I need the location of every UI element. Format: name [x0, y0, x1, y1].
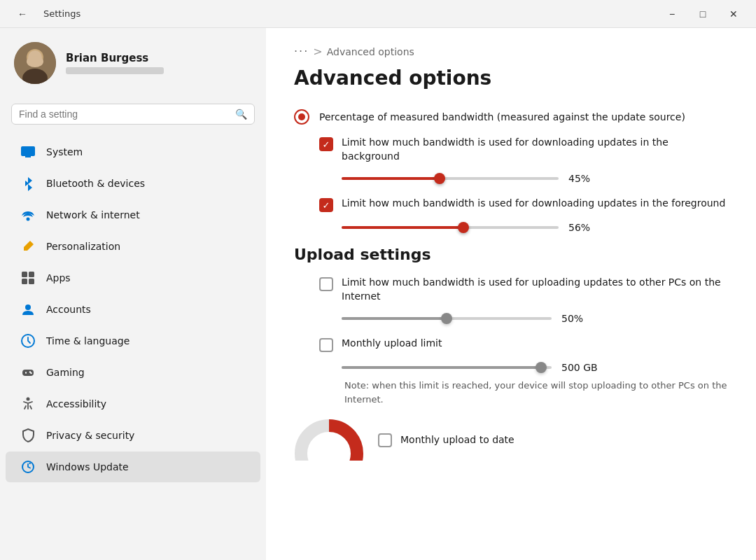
user-profile: Brian Burgess: [0, 28, 266, 98]
user-info: Brian Burgess: [66, 52, 164, 74]
fg-slider-thumb[interactable]: [458, 222, 469, 233]
sidebar-item-accessibility[interactable]: Accessibility: [6, 388, 260, 419]
gaming-icon: [20, 364, 36, 381]
system-icon: [20, 144, 36, 160]
svg-rect-10: [22, 279, 27, 284]
breadcrumb: ··· > Advanced options: [294, 45, 728, 58]
close-button[interactable]: ✕: [720, 3, 748, 25]
monthly-note: Note: when this limit is reached, your d…: [344, 379, 728, 406]
fg-slider-track[interactable]: [342, 226, 559, 229]
upload-slider-thumb[interactable]: [441, 313, 452, 324]
title-bar-left: ← Settings: [8, 3, 80, 25]
monthly-checkbox-row: Monthly upload limit: [319, 337, 728, 352]
sidebar-item-personalization[interactable]: Personalization: [6, 231, 260, 262]
monthly-slider-fill: [342, 366, 541, 369]
title-bar-controls: − □ ✕: [658, 3, 748, 25]
sidebar-item-apps[interactable]: Apps: [6, 262, 260, 293]
bg-checkbox[interactable]: ✓: [319, 137, 333, 151]
upload-checkbox[interactable]: [319, 277, 333, 291]
search-box[interactable]: 🔍: [11, 104, 255, 125]
fg-slider-value: 56%: [568, 222, 603, 233]
bottom-visual: Monthly upload to date: [294, 419, 728, 461]
privacy-icon: [20, 427, 36, 444]
sidebar-item-network-label: Network & internet: [46, 209, 140, 220]
title-bar-title: Settings: [43, 8, 80, 19]
sidebar-item-privacy[interactable]: Privacy & security: [6, 420, 260, 451]
upload-slider-fill: [342, 317, 447, 320]
fg-slider-row: 56%: [342, 222, 728, 233]
bg-slider-row: 45%: [342, 173, 728, 184]
monthly-checkbox[interactable]: [319, 338, 333, 352]
svg-rect-11: [29, 279, 34, 284]
sidebar-item-privacy-label: Privacy & security: [46, 430, 134, 441]
minimize-button[interactable]: −: [658, 3, 686, 25]
monthly-slider-track[interactable]: [342, 366, 552, 369]
search-input[interactable]: [19, 108, 230, 120]
sidebar-item-bluetooth[interactable]: Bluetooth & devices: [6, 168, 260, 199]
sidebar-item-accounts[interactable]: Accounts: [6, 294, 260, 325]
avatar: [14, 42, 56, 84]
sidebar-item-bluetooth-label: Bluetooth & devices: [46, 178, 145, 189]
monthly-checkbox-label: Monthly upload limit: [342, 337, 442, 351]
radio-label-percentage: Percentage of measured bandwidth (measur…: [319, 111, 685, 122]
accessibility-icon: [20, 396, 36, 412]
upload-checkbox-label: Limit how much bandwidth is used for upl…: [342, 276, 728, 303]
back-button[interactable]: ←: [8, 3, 36, 25]
nav-menu: System Bluetooth & devices Network & int…: [0, 136, 266, 483]
bg-checkbox-row: ✓ Limit how much bandwidth is used for d…: [319, 136, 728, 163]
network-icon: [20, 206, 36, 223]
foreground-section: ✓ Limit how much bandwidth is used for d…: [319, 197, 728, 233]
upload-checkbox-row: Limit how much bandwidth is used for upl…: [319, 276, 728, 303]
sidebar: Brian Burgess 🔍 System Bluetooth & devic…: [0, 28, 266, 560]
monthly-limit-section: Monthly upload limit 500 GB Note: when t…: [319, 337, 728, 406]
user-name: Brian Burgess: [66, 52, 164, 64]
breadcrumb-sep: >: [313, 45, 322, 58]
personalization-icon: [20, 238, 36, 255]
fg-slider-fill: [342, 226, 463, 229]
monthly-to-date-checkbox[interactable]: [378, 433, 392, 447]
svg-rect-8: [22, 272, 27, 277]
svg-point-19: [27, 398, 30, 401]
accounts-icon: [20, 301, 36, 318]
user-account: [66, 67, 164, 74]
breadcrumb-dots[interactable]: ···: [294, 45, 309, 58]
sidebar-item-system-label: System: [46, 146, 83, 158]
sidebar-item-update[interactable]: Windows Update: [6, 451, 260, 482]
bg-slider-value: 45%: [568, 173, 603, 184]
maximize-button[interactable]: □: [689, 3, 717, 25]
sidebar-item-personalization-label: Personalization: [46, 241, 120, 252]
sidebar-item-accounts-label: Accounts: [46, 304, 91, 315]
time-icon: [20, 332, 36, 349]
upload-section-title: Upload settings: [294, 246, 728, 263]
monthly-upload-to-date-row: Monthly upload to date: [378, 432, 514, 447]
svg-point-4: [27, 56, 43, 67]
page-title: Advanced options: [294, 66, 728, 90]
sidebar-item-gaming[interactable]: Gaming: [6, 357, 260, 388]
title-bar: ← Settings − □ ✕: [0, 0, 756, 28]
upload-slider-value: 50%: [561, 313, 596, 324]
upload-slider-row: 50%: [342, 313, 728, 324]
svg-point-12: [25, 304, 31, 310]
bg-slider-fill: [342, 177, 440, 180]
bg-slider-track[interactable]: [342, 177, 559, 180]
upload-subsection: Limit how much bandwidth is used for upl…: [319, 276, 728, 324]
monthly-slider-thumb[interactable]: [536, 362, 547, 373]
bluetooth-icon: [20, 175, 36, 192]
fg-checkbox[interactable]: ✓: [319, 198, 333, 212]
radio-button-percentage[interactable]: [294, 109, 309, 125]
svg-rect-14: [22, 370, 34, 376]
sidebar-item-update-label: Windows Update: [46, 461, 129, 472]
sidebar-item-system[interactable]: System: [6, 136, 260, 167]
breadcrumb-page: Advanced options: [327, 46, 414, 57]
main-content: ··· > Advanced options Advanced options …: [266, 28, 756, 560]
apps-icon: [20, 270, 36, 286]
sidebar-item-accessibility-label: Accessibility: [46, 398, 106, 410]
donut-svg: [294, 419, 364, 461]
search-icon: 🔍: [235, 108, 247, 120]
upload-slider-track[interactable]: [342, 317, 552, 320]
bg-slider-thumb[interactable]: [434, 173, 445, 184]
sidebar-item-time[interactable]: Time & language: [6, 326, 260, 356]
sidebar-item-network[interactable]: Network & internet: [6, 200, 260, 230]
svg-rect-9: [29, 272, 34, 277]
background-section: ✓ Limit how much bandwidth is used for d…: [319, 136, 728, 184]
